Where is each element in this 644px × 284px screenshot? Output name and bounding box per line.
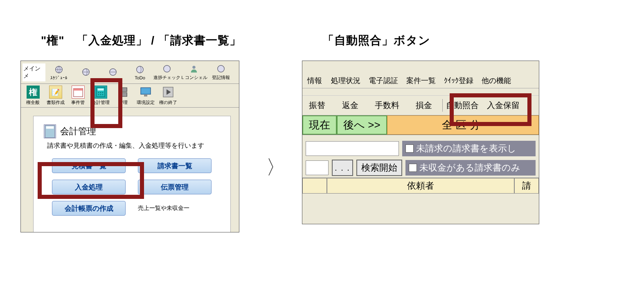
- r-item-anken-label: 案件一覧: [406, 76, 436, 86]
- btn-nyuukin[interactable]: 入金処理: [52, 180, 126, 194]
- btn-shorui-label: 書類作成: [47, 99, 65, 106]
- chk-miseikyuu[interactable]: 未請求の請求書を表示し: [402, 141, 536, 156]
- action-nyuukinhoryu[interactable]: 入金保留: [484, 98, 524, 113]
- r-item-hoka-label: 他の機能: [482, 76, 511, 86]
- btn-kaikei-chouhyou[interactable]: 会計帳票の作成: [52, 201, 126, 216]
- left-panel: メインメ ｽｹｼﾞｭｰﾙ ToDo: [20, 61, 239, 232]
- calendar-icon: [72, 86, 85, 99]
- nav-genzai[interactable]: 現在: [302, 115, 337, 135]
- right-panel: 情報 処理状況 電子認証 ✳ 案件一覧 ✳: [302, 61, 539, 224]
- r-item-jouhou-label: 情報: [307, 76, 322, 86]
- btn-kenend[interactable]: 権の終了: [157, 86, 179, 106]
- r-item-quick-label: ｸｲｯｸ登録: [444, 76, 473, 86]
- nav-kubun[interactable]: 全区分: [387, 115, 539, 135]
- globe-icon: [135, 65, 145, 74]
- toolbar-lconcierge[interactable]: Ｌコンシェル: [180, 64, 207, 81]
- side-text-uriage: 売上一覧や未収金一: [138, 205, 189, 212]
- svg-point-12: [100, 92, 101, 93]
- left-heading: "権" 「入金処理」 / 「請求書一覧」: [41, 33, 250, 48]
- arrow-icon: 〉: [266, 154, 286, 180]
- search-button[interactable]: 検索開始: [356, 160, 402, 176]
- filter-input-2[interactable]: [306, 160, 329, 175]
- chk-mishuukin-label: 未収金がある請求書のみ: [419, 162, 520, 174]
- chk-miseikyuu-label: 未請求の請求書を表示し: [416, 142, 516, 155]
- btn-kenend-label: 権の終了: [159, 99, 177, 106]
- action-jidou[interactable]: 自動照合: [443, 98, 484, 113]
- svg-point-14: [98, 94, 99, 95]
- btn-kankyou[interactable]: 環境設定: [134, 86, 157, 106]
- r-item-shori-label: 処理状況: [331, 76, 360, 86]
- btn-kaikei[interactable]: 会計管理: [89, 86, 112, 106]
- svg-point-16: [102, 94, 103, 95]
- toolbar-item3[interactable]: [99, 67, 126, 78]
- btn-jiken-label: 事件管: [71, 99, 85, 106]
- action-henkin[interactable]: 返金: [332, 98, 369, 113]
- toolbar-progress-label: 進捗チェック: [153, 74, 180, 81]
- svg-rect-23: [46, 126, 54, 128]
- svg-rect-19: [141, 88, 151, 94]
- nav-atohe[interactable]: 後へ >>: [337, 115, 387, 135]
- toolbar-todo-label: ToDo: [135, 75, 145, 80]
- svg-point-13: [102, 92, 103, 93]
- dots-button[interactable]: . . .: [332, 160, 353, 176]
- r-item-hoka[interactable]: ✳ 他の機能: [477, 61, 515, 88]
- btn-mitsumori-list[interactable]: 見積書一覧: [52, 158, 126, 173]
- globe-icon: [81, 67, 91, 77]
- toolbar-progress[interactable]: 進捗チェック: [153, 64, 180, 81]
- btn-denpyou[interactable]: 伝票管理: [138, 180, 212, 194]
- svg-point-5: [192, 66, 195, 69]
- nav-row: 現在 後へ >> 全区分: [302, 115, 539, 135]
- action-tesuu[interactable]: 手数料: [369, 98, 405, 113]
- monitor-icon: [139, 86, 152, 99]
- btn-kenzen[interactable]: 権 権全般: [22, 86, 44, 106]
- table-header-row: 依頼者 請: [302, 178, 539, 194]
- svg-point-11: [98, 92, 99, 93]
- globe-icon: [216, 64, 226, 74]
- checkbox-icon: [405, 144, 414, 153]
- r-item-jouhou[interactable]: 情報: [302, 61, 327, 88]
- right-toolbar: 情報 処理状況 電子認証 ✳ 案件一覧 ✳: [302, 61, 539, 88]
- calculator-small-icon: [44, 124, 56, 138]
- svg-rect-17: [119, 88, 127, 91]
- toolbar-todo[interactable]: ToDo: [126, 65, 153, 80]
- globe-icon: [54, 65, 64, 74]
- toolbar-touki-label: 登記情報: [212, 74, 230, 81]
- action-furikae[interactable]: 振替: [302, 98, 332, 113]
- btn-kanri[interactable]: 管理: [112, 86, 134, 106]
- action-sonkin[interactable]: 損金: [405, 98, 442, 113]
- btn-jiken[interactable]: 事件管: [67, 86, 89, 106]
- header-col-irai: 依頼者: [327, 178, 514, 194]
- section-title: 会計管理: [60, 125, 96, 137]
- checkbox-icon: [409, 164, 417, 172]
- r-item-denshi[interactable]: 電子認証: [365, 61, 402, 88]
- right-heading: 「自動照合」ボタン: [322, 33, 539, 48]
- toolbar-schedule-label: ｽｹｼﾞｭｰﾙ: [50, 75, 68, 80]
- toolbar-touki[interactable]: 登記情報: [207, 64, 234, 81]
- toolbar-schedule[interactable]: ｽｹｼﾞｭｰﾙ: [45, 65, 72, 80]
- btn-seikyuu-list[interactable]: 請求書一覧: [138, 158, 212, 173]
- content-area: 会計管理 請求書や見積書の作成・編集、入金処理等を行います 見積書一覧 請求書一…: [21, 108, 239, 232]
- main-menu-label: メインメ: [23, 63, 45, 81]
- chk-mishuukin[interactable]: 未収金がある請求書のみ: [405, 160, 536, 176]
- toolbar-top: メインメ ｽｹｼﾞｭｰﾙ ToDo: [21, 61, 239, 84]
- globe-icon: [162, 64, 172, 74]
- r-item-anken[interactable]: ✳ 案件一覧: [402, 61, 440, 88]
- ken-icon: 権: [27, 86, 40, 99]
- toolbar-item2[interactable]: [72, 67, 99, 78]
- r-item-shori[interactable]: 処理状況: [327, 61, 365, 88]
- right-actions: 振替 返金 手数料 損金 自動照合 入金保留: [302, 96, 539, 115]
- svg-rect-18: [119, 92, 127, 96]
- btn-kanri-label: 管理: [119, 99, 128, 106]
- r-item-quick[interactable]: ✳ ｸｲｯｸ登録: [440, 61, 477, 88]
- btn-shorui[interactable]: 📝 書類作成: [44, 86, 67, 106]
- filter-input-1[interactable]: [306, 141, 399, 156]
- header-col-empty: [302, 178, 327, 194]
- svg-point-15: [100, 94, 101, 95]
- play-icon: [162, 86, 175, 99]
- btn-kaikei-label: 会計管理: [92, 99, 110, 106]
- section-description: 請求書や見積書の作成・編集、入金処理等を行います: [47, 142, 220, 150]
- person-icon: [189, 64, 199, 74]
- svg-point-4: [164, 65, 171, 72]
- calculator-icon: [94, 86, 107, 99]
- filter-area: 未請求の請求書を表示し . . . 検索開始 未収金がある請求書のみ: [302, 135, 539, 178]
